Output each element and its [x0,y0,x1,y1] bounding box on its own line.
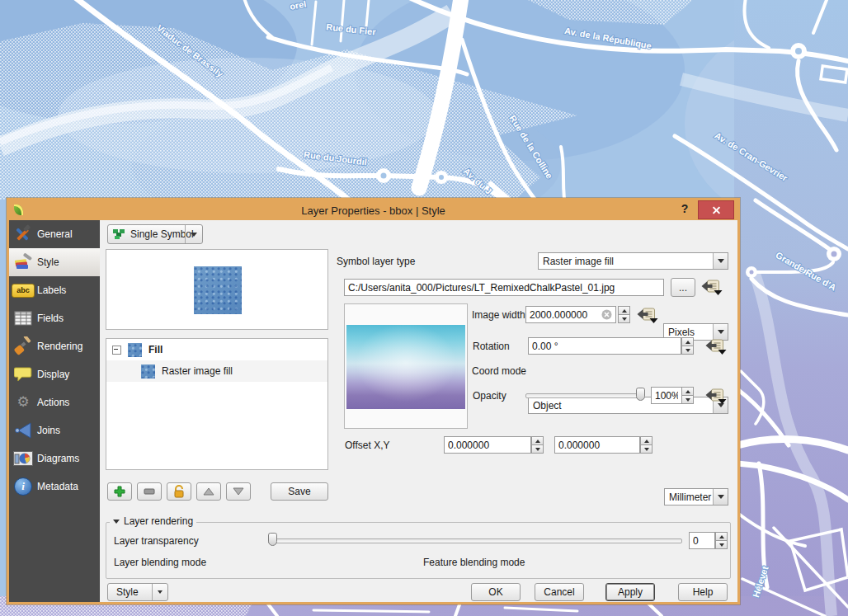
fill-symbol-icon [128,343,142,357]
offset-unit-select[interactable]: Millimeter [664,488,728,505]
lock-colors-button[interactable] [167,482,191,501]
info-icon: i [9,477,37,496]
layer-transparency-slider-handle[interactable] [268,533,277,546]
image-preview-thumbnail [346,325,465,409]
feature-blending-label: Feature blending mode [423,557,525,568]
remove-symbol-layer-button[interactable] [137,482,162,501]
move-up-button[interactable] [196,482,221,501]
sidebar-item-style[interactable]: Style [9,248,100,276]
image-preview-panel [344,303,468,429]
style-icon [9,252,37,272]
sidebar-item-metadata[interactable]: i Metadata [9,473,100,501]
symbol-preview-swatch [194,266,242,314]
chevron-down-icon[interactable] [152,584,167,600]
browse-file-button[interactable]: ... [671,278,695,297]
symbol-preview-panel [106,249,328,330]
offset-label: Offset X,Y [345,440,389,451]
tree-item-label: Fill [148,344,163,355]
chevron-down-icon [713,253,728,269]
data-defined-override-icon[interactable] [704,387,727,405]
save-symbol-button[interactable]: Save [271,482,328,501]
tools-icon [9,224,37,244]
opacity-value-input[interactable] [651,387,682,404]
close-button[interactable] [698,200,734,219]
offset-x-spinner[interactable] [531,436,544,454]
help-button-footer[interactable]: Help [678,583,728,601]
joins-icon [9,421,37,440]
sidebar-item-actions[interactable]: ⚙ Actions [9,388,100,416]
symbol-layer-type-select[interactable]: Raster image fill [538,252,728,270]
diagrams-icon [9,451,37,466]
sidebar-item-general[interactable]: General [9,220,100,248]
offset-y-spinner[interactable] [640,436,652,454]
help-button[interactable]: ? [676,202,693,219]
sidebar-item-joins[interactable]: Joins [9,416,100,444]
tree-item-fill[interactable]: Fill [106,339,327,360]
layer-transparency-input[interactable] [689,532,715,549]
apply-button[interactable]: Apply [605,583,655,601]
layer-properties-dialog: Layer Properties - bbox | Style ? Genera… [7,198,740,604]
rotation-label: Rotation [473,341,510,352]
sidebar-item-label: Metadata [37,481,78,492]
layer-rendering-header[interactable]: Layer rendering [110,515,196,527]
collapse-arrow-icon [113,520,120,524]
opacity-label: Opacity [473,390,506,402]
image-path-input[interactable] [344,279,664,296]
opacity-slider-handle[interactable] [636,388,645,401]
add-symbol-layer-button[interactable] [107,482,132,501]
data-defined-override-icon[interactable] [636,306,658,324]
layer-transparency-spinner[interactable] [715,532,728,549]
labels-icon: abc [9,284,37,298]
layer-rendering-group [106,522,731,579]
sidebar-item-label: Display [37,369,69,380]
sidebar-item-fields[interactable]: Fields [9,304,100,332]
plus-icon [114,486,125,497]
arrow-up-icon [203,487,214,496]
symbol-type-dropdown[interactable]: Single Symbol [107,224,203,244]
clear-value-icon[interactable] [601,309,612,320]
fields-icon [9,311,37,326]
symbol-layer-type-label: Symbol layer type [337,256,415,267]
sidebar-item-labels[interactable]: abc Labels [9,276,100,304]
sidebar-item-display[interactable]: Display [9,360,100,388]
style-menu-button[interactable]: Style [107,583,168,601]
sidebar-item-label: Rendering [37,341,82,352]
image-width-spinner[interactable] [618,306,630,323]
arrow-down-icon [233,487,244,496]
sidebar-item-label: Style [37,256,59,268]
symbol-layer-tree: Fill Raster image fill [106,338,328,470]
tree-item-raster-image-fill[interactable]: Raster image fill [106,360,327,382]
ok-button[interactable]: OK [471,583,521,601]
sidebar-item-rendering[interactable]: Rendering [9,332,100,360]
rotation-input[interactable] [528,337,681,355]
sidebar-item-label: Actions [37,397,69,408]
cancel-button[interactable]: Cancel [535,583,584,601]
title-bar[interactable]: Layer Properties - bbox | Style ? [9,200,737,220]
rendering-icon [9,336,37,356]
single-symbol-icon [112,228,125,241]
sidebar-item-label: Joins [37,425,60,436]
layer-blending-label: Layer blending mode [114,557,206,568]
chevron-down-icon [713,489,728,505]
window-title: Layer Properties - bbox | Style [9,205,737,217]
minus-icon [144,488,155,495]
chevron-down-icon[interactable] [185,225,202,243]
layer-transparency-slider-track[interactable] [268,538,682,543]
open-lock-icon [173,485,185,498]
data-defined-override-icon[interactable] [700,278,723,296]
offset-x-input[interactable] [444,436,531,454]
coord-mode-select[interactable]: Object [528,397,728,414]
layer-transparency-label: Layer transparency [114,535,199,547]
gear-icon: ⚙ [9,394,37,411]
opacity-spinner[interactable] [681,387,694,404]
collapse-expander-icon[interactable] [112,346,121,355]
coord-mode-label: Coord mode [472,365,526,377]
sidebar-item-diagrams[interactable]: Diagrams [9,444,100,473]
rotation-spinner[interactable] [681,337,694,355]
offset-y-input[interactable] [554,436,640,454]
opacity-slider-track[interactable] [525,393,643,398]
qgis-logo-icon [12,204,26,217]
data-defined-override-icon[interactable] [704,337,727,355]
move-down-button[interactable] [226,482,251,501]
sidebar-item-label: Labels [37,284,66,296]
